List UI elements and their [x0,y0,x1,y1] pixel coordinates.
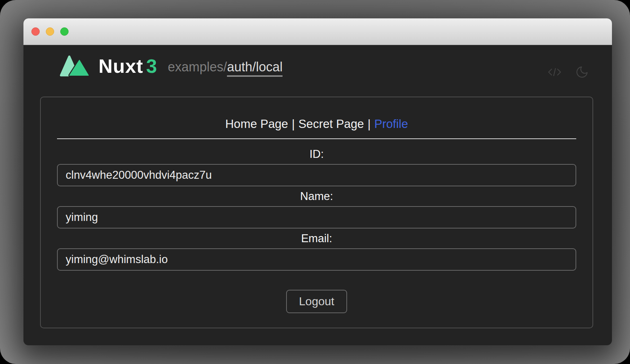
nav-link-secret-page[interactable]: Secret Page [298,117,364,130]
zoom-window-button[interactable] [60,27,69,36]
id-field[interactable] [57,164,576,186]
nav-separator: | [364,117,375,130]
brand-version: 3 [146,55,157,77]
breadcrumb-current-link[interactable]: auth/local [227,59,283,77]
page-nav: Home Page|Secret Page|Profile [57,117,576,131]
logout-button[interactable]: Logout [286,290,347,313]
window-titlebar [23,18,612,45]
code-icon[interactable] [547,67,562,77]
close-window-button[interactable] [31,27,40,36]
email-field[interactable] [57,248,576,271]
id-label: ID: [57,148,576,161]
nuxt-logo-icon [60,54,90,77]
minimize-window-button[interactable] [46,27,54,36]
nav-divider [57,138,576,139]
breadcrumb: examples/auth/local [168,59,283,75]
logout-row: Logout [57,290,576,313]
header-actions [547,65,589,79]
desktop-background: Nuxt 3 examples/auth/local [0,0,630,364]
app-header: Nuxt 3 examples/auth/local [23,45,612,79]
nav-link-home-page[interactable]: Home Page [225,117,288,130]
profile-card: Home Page|Secret Page|Profile ID: Name: … [40,97,593,328]
moon-icon[interactable] [575,65,589,79]
page-content: Nuxt 3 examples/auth/local [23,45,612,345]
name-field[interactable] [57,206,576,228]
brand-name: Nuxt [99,55,143,77]
nav-separator: | [288,117,298,130]
nav-link-profile[interactable]: Profile [374,117,408,130]
browser-window: Nuxt 3 examples/auth/local [23,18,612,345]
name-label: Name: [57,190,576,203]
email-label: Email: [57,232,576,245]
breadcrumb-prefix: examples/ [168,59,227,74]
